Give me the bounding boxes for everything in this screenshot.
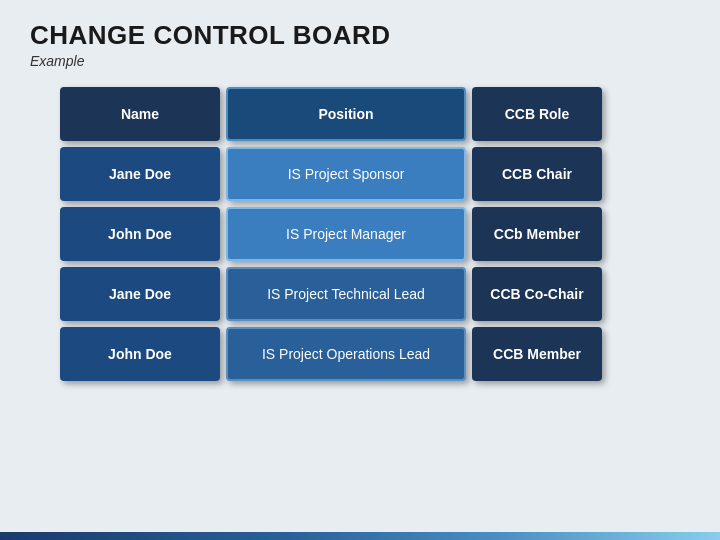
- position-cell-3: IS Project Operations Lead: [226, 327, 466, 381]
- name-cell-2: Jane Doe: [60, 267, 220, 321]
- role-cell-3: CCB Member: [472, 327, 602, 381]
- role-cell-0: CCB Chair: [472, 147, 602, 201]
- table-wrapper: Name Position CCB Role Jane Doe IS Proje…: [60, 87, 670, 381]
- name-cell-3: John Doe: [60, 327, 220, 381]
- name-cell-1: John Doe: [60, 207, 220, 261]
- page: CHANGE CONTROL BOARD Example Name Positi…: [0, 0, 720, 401]
- ccb-grid: Name Position CCB Role Jane Doe IS Proje…: [60, 87, 670, 381]
- position-cell-1: IS Project Manager: [226, 207, 466, 261]
- header-position: Position: [226, 87, 466, 141]
- header-name: Name: [60, 87, 220, 141]
- position-cell-0: IS Project Sponsor: [226, 147, 466, 201]
- role-cell-2: CCB Co-Chair: [472, 267, 602, 321]
- header-role: CCB Role: [472, 87, 602, 141]
- role-cell-1: CCb Member: [472, 207, 602, 261]
- page-title: CHANGE CONTROL BOARD: [30, 20, 690, 51]
- page-subtitle: Example: [30, 53, 690, 69]
- name-cell-0: Jane Doe: [60, 147, 220, 201]
- position-cell-2: IS Project Technical Lead: [226, 267, 466, 321]
